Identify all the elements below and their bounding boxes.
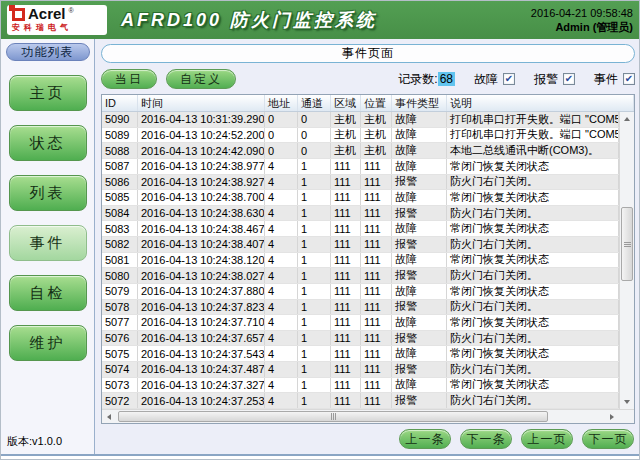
table-row[interactable]: 50902016-04-13 10:31:39.29000主机主机故障打印机串口… (102, 112, 619, 128)
table-row[interactable]: 50882016-04-13 10:24:42.09000主机主机故障本地二总线… (102, 143, 619, 159)
app-title: AFRD100 防火门监控系统 (121, 8, 377, 32)
table-cell-channel: 1 (298, 175, 331, 190)
table-cell-description: 常闭门恢复关闭状态 (447, 284, 619, 299)
table-row[interactable]: 50852016-04-13 10:24:38.70041111111故障常闭门… (102, 190, 619, 206)
table-cell-address: 4 (265, 175, 298, 190)
previous-item-button[interactable]: 上一条 (399, 429, 451, 449)
table-cell-address: 4 (265, 378, 298, 393)
table-row[interactable]: 50772016-04-13 10:24:37.71041111111故障常闭门… (102, 315, 619, 331)
table-cell-address: 4 (265, 346, 298, 361)
table-row[interactable]: 50742016-04-13 10:24:37.48741111111报警防火门… (102, 362, 619, 378)
table-cell-area: 111 (331, 253, 361, 268)
table-cell-area: 111 (331, 159, 361, 174)
table-cell-address: 0 (265, 143, 298, 158)
table-row[interactable]: 50822016-04-13 10:24:38.40741111111报警防火门… (102, 237, 619, 253)
table-cell-area: 主机 (331, 112, 361, 127)
table-row[interactable]: 50762016-04-13 10:24:37.65741111111报警防火门… (102, 331, 619, 347)
table-cell-channel: 0 (298, 143, 331, 158)
table-cell-area: 111 (331, 300, 361, 315)
table-row[interactable]: 50862016-04-13 10:24:38.92741111111报警防火门… (102, 175, 619, 191)
horizontal-scrollbar-thumb[interactable] (118, 411, 548, 422)
table-cell-area: 111 (331, 237, 361, 252)
table-row[interactable]: 50782016-04-13 10:24:37.82341111111报警防火门… (102, 300, 619, 316)
column-header-channel[interactable]: 通道 (298, 95, 331, 111)
table-cell-id: 5072 (102, 393, 138, 408)
column-header-id[interactable]: ID (102, 95, 138, 111)
fault-checkbox[interactable]: ✔ (503, 73, 515, 85)
event-checkbox[interactable]: ✔ (623, 73, 635, 85)
sidebar-item-list[interactable]: 列表 (9, 175, 87, 211)
table-cell-position: 111 (361, 175, 392, 190)
table-cell-description: 防火门右门关闭。 (447, 331, 619, 346)
column-header-address[interactable]: 地址 (265, 95, 298, 111)
vertical-scrollbar[interactable] (619, 112, 634, 409)
table-row[interactable]: 50722016-04-13 10:24:37.25341111111报警防火门… (102, 393, 619, 409)
table-row[interactable]: 50892016-04-13 10:24:52.20000主机主机故障打印机串口… (102, 128, 619, 144)
toolbar: 当日 自定义 记录数: 68 故障 ✔ 报警 ✔ 事件 ✔ (101, 68, 635, 90)
table-cell-id: 5089 (102, 128, 138, 143)
scroll-up-icon[interactable] (620, 112, 634, 126)
horizontal-scrollbar[interactable] (102, 409, 634, 423)
table-header-row: ID 时间 地址 通道 区域 位置 事件类型 说明 (102, 95, 634, 112)
table-cell-id: 5078 (102, 300, 138, 315)
column-header-time[interactable]: 时间 (138, 95, 265, 111)
scroll-left-icon[interactable] (102, 410, 116, 423)
table-cell-area: 111 (331, 175, 361, 190)
table-cell-position: 主机 (361, 128, 392, 143)
custom-range-button[interactable]: 自定义 (166, 69, 236, 89)
table-cell-time: 2016-04-13 10:24:42.090 (138, 143, 265, 158)
table-row[interactable]: 50812016-04-13 10:24:38.12041111111故障常闭门… (102, 253, 619, 269)
scroll-down-icon[interactable] (620, 395, 634, 409)
column-header-position[interactable]: 位置 (361, 95, 392, 111)
table-cell-event-type: 报警 (392, 175, 447, 190)
table-cell-channel: 1 (298, 362, 331, 377)
table-cell-description: 打印机串口打开失败。端口 "COM5" (447, 112, 619, 127)
table-cell-id: 5076 (102, 331, 138, 346)
table-row[interactable]: 50752016-04-13 10:24:37.54341111111故障常闭门… (102, 346, 619, 362)
datetime-display: 2016-04-21 09:58:48 (531, 6, 633, 20)
today-button[interactable]: 当日 (101, 69, 157, 89)
table-row[interactable]: 50792016-04-13 10:24:37.88041111111故障常闭门… (102, 284, 619, 300)
table-cell-time: 2016-04-13 10:24:38.927 (138, 175, 265, 190)
table-cell-event-type: 故障 (392, 346, 447, 361)
table-cell-description: 常闭门恢复关闭状态 (447, 159, 619, 174)
column-header-area[interactable]: 区域 (331, 95, 361, 111)
main-panel: 事件页面 当日 自定义 记录数: 68 故障 ✔ 报警 ✔ 事件 (95, 39, 639, 454)
table-cell-area: 111 (331, 331, 361, 346)
column-header-event-type[interactable]: 事件类型 (392, 95, 447, 111)
table-cell-position: 主机 (361, 112, 392, 127)
next-page-button[interactable]: 下一页 (582, 429, 634, 449)
table-row[interactable]: 50842016-04-13 10:24:38.63041111111报警防火门… (102, 206, 619, 222)
sidebar-item-home[interactable]: 主页 (9, 75, 87, 111)
horizontal-scrollbar-track[interactable] (116, 410, 605, 423)
table-cell-channel: 1 (298, 284, 331, 299)
table-cell-event-type: 报警 (392, 362, 447, 377)
vertical-scrollbar-thumb[interactable] (621, 207, 633, 281)
table-cell-id: 5090 (102, 112, 138, 127)
next-item-button[interactable]: 下一条 (460, 429, 512, 449)
app-window: Acrel ® 安科瑞电气 AFRD100 防火门监控系统 2016-04-21… (0, 0, 640, 460)
scroll-right-icon[interactable] (605, 410, 619, 423)
table-cell-position: 111 (361, 362, 392, 377)
sidebar-item-status[interactable]: 状态 (9, 125, 87, 161)
table-cell-address: 4 (265, 300, 298, 315)
sidebar-item-selfcheck[interactable]: 自检 (9, 275, 87, 311)
table-cell-time: 2016-04-13 10:24:37.710 (138, 315, 265, 330)
sidebar-item-events[interactable]: 事件 (9, 225, 87, 261)
table-cell-position: 111 (361, 237, 392, 252)
table-cell-id: 5088 (102, 143, 138, 158)
alarm-checkbox[interactable]: ✔ (563, 73, 575, 85)
sidebar-item-maintenance[interactable]: 维护 (9, 325, 87, 361)
table-row[interactable]: 50802016-04-13 10:24:38.02741111111报警防火门… (102, 268, 619, 284)
column-header-description[interactable]: 说明 (447, 95, 634, 111)
table-row[interactable]: 50872016-04-13 10:24:38.97741111111故障常闭门… (102, 159, 619, 175)
table-cell-area: 111 (331, 190, 361, 205)
table-cell-area: 111 (331, 268, 361, 283)
table-cell-id: 5086 (102, 175, 138, 190)
table-cell-position: 111 (361, 300, 392, 315)
previous-page-button[interactable]: 上一页 (521, 429, 573, 449)
table-row[interactable]: 50832016-04-13 10:24:38.46741111111故障常闭门… (102, 221, 619, 237)
table-cell-event-type: 故障 (392, 315, 447, 330)
table-row[interactable]: 50732016-04-13 10:24:37.32741111111故障常闭门… (102, 378, 619, 394)
table-cell-id: 5084 (102, 206, 138, 221)
